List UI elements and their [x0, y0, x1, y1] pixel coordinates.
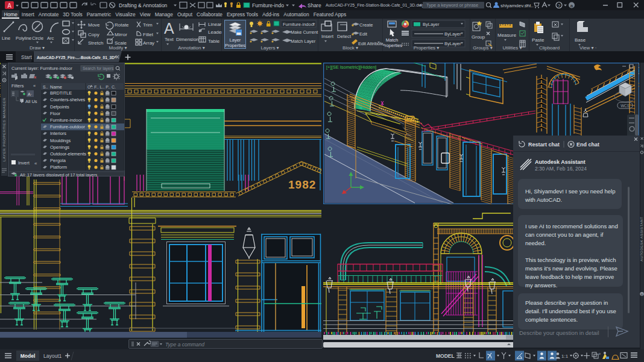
svg-text:Base: Base	[575, 37, 586, 43]
svg-text:Share: Share	[308, 2, 321, 8]
svg-text:Drafting & Annotation: Drafting & Annotation	[119, 2, 168, 8]
svg-text:Interiors: Interiors	[50, 131, 66, 136]
svg-text:WCS: WCS	[620, 104, 630, 108]
svg-text:End chat: End chat	[576, 142, 599, 148]
svg-text:Create: Create	[359, 22, 373, 28]
svg-text:Group: Group	[472, 34, 485, 40]
svg-text:Mouldings: Mouldings	[50, 138, 71, 143]
svg-text:Filters: Filters	[11, 83, 24, 89]
svg-text:LAYER PROPERTIES MANAGER: LAYER PROPERTIES MANAGER	[2, 98, 6, 161]
svg-text:AUTODESK ASSISTANT: AUTODESK ASSISTANT	[640, 217, 643, 261]
svg-text:Leader: Leader	[208, 30, 222, 35]
svg-text:All: 17 layers displayed of 17: All: 17 layers displayed of 17 total lay…	[20, 172, 98, 177]
svg-text:Current layer: Furniture-indoo: Current layer: Furniture-indoor	[11, 66, 72, 71]
svg-text:Model: Model	[21, 353, 36, 359]
svg-text:Furniture-indo: Furniture-indo	[252, 2, 284, 8]
svg-text:ByLayer: ByLayer	[423, 22, 440, 27]
svg-text:Fillet: Fillet	[143, 32, 154, 37]
svg-text:Dimension: Dimension	[176, 37, 199, 42]
svg-text:Text: Text	[165, 37, 174, 42]
svg-text:Furniture-outdoor: Furniture-outdoor	[50, 124, 85, 130]
svg-text:MODEL: MODEL	[436, 353, 455, 359]
svg-text:Paste: Paste	[532, 37, 545, 43]
svg-text:Mirror: Mirror	[115, 32, 127, 37]
svg-text:Platform: Platform	[50, 164, 67, 170]
svg-text:Trim: Trim	[143, 22, 153, 28]
svg-text:Restart chat: Restart chat	[528, 142, 560, 148]
svg-text:Floor: Floor	[50, 111, 61, 116]
svg-text:Move: Move	[88, 22, 100, 28]
svg-text:Counters-shelves: Counters-shelves	[50, 97, 86, 102]
svg-text:Layer: Layer	[230, 37, 241, 43]
svg-text:Polyline: Polyline	[16, 36, 31, 41]
svg-text:[+][SE Isometric][Hidden]: [+][SE Isometric][Hidden]	[326, 64, 376, 70]
svg-text:AutoCAD-FY25_Fire-Station-Book: AutoCAD-FY25_Fire-Station-Book-Cafe_01_3…	[326, 3, 424, 8]
svg-text:«: «	[34, 161, 37, 166]
svg-text:Make Current: Make Current	[291, 30, 318, 35]
svg-text:Furniture-indoor: Furniture-indoor	[50, 117, 83, 123]
svg-text:Openings: Openings	[50, 145, 69, 150]
svg-text:Copy: Copy	[88, 32, 99, 37]
svg-text:1982: 1982	[288, 178, 316, 191]
svg-text:Type a command: Type a command	[165, 342, 204, 348]
svg-text:o: o	[599, 352, 601, 355]
svg-text:S..: S..	[43, 85, 48, 89]
svg-text:Furniture-indoor: Furniture-indoor	[283, 22, 315, 27]
svg-text:shiyamdev.snt..: shiyamdev.snt..	[500, 3, 534, 8]
svg-text:BRDTITLE: BRDTITLE	[50, 90, 72, 96]
svg-text:1:1: 1:1	[561, 354, 569, 359]
svg-text:Rotate: Rotate	[115, 22, 129, 28]
svg-text:Arc: Arc	[47, 36, 54, 41]
svg-text:Pergola: Pergola	[50, 158, 66, 163]
svg-text:Line: Line	[2, 36, 10, 41]
svg-text:A: A	[164, 20, 174, 37]
svg-text:Match: Match	[386, 37, 398, 43]
svg-text:Detect: Detect	[337, 34, 352, 39]
svg-text:Linear: Linear	[208, 22, 222, 27]
svg-text:Layout1: Layout1	[43, 353, 62, 359]
svg-text:Match Layer: Match Layer	[291, 39, 316, 44]
svg-text:Insert: Insert	[321, 34, 334, 39]
svg-text:Defpoints: Defpoints	[50, 104, 69, 110]
svg-text:O.. F.. L.. P.. C.: O.. F.. L.. P.. C.	[87, 85, 116, 89]
svg-text:Invert: Invert	[18, 160, 30, 166]
svg-text:Circle: Circle	[32, 36, 43, 41]
svg-text:A: A	[7, 2, 11, 9]
svg-text:Search for layers: Search for layers	[83, 66, 114, 71]
svg-text:Edit: Edit	[359, 31, 368, 37]
svg-text:Measure: Measure	[497, 33, 517, 38]
svg-text:a: a	[570, 3, 573, 8]
svg-text:Start: Start	[21, 54, 33, 60]
svg-text:Outdoor-elements: Outdoor-elements	[50, 151, 86, 157]
svg-text:«: «	[33, 83, 36, 89]
svg-text:Table: Table	[208, 39, 220, 44]
svg-text:Type a keyword or phrase: Type a keyword or phrase	[426, 2, 478, 8]
svg-text:ByLayer: ByLayer	[444, 31, 461, 37]
svg-text:All Us: All Us	[25, 99, 37, 104]
svg-text:?: ?	[558, 3, 561, 8]
svg-text:Name: Name	[50, 84, 62, 90]
svg-text:AutoCAD-FY25_Fire-...-Book-Caf: AutoCAD-FY25_Fire-...-Book-Cafe_01_3D*	[37, 55, 116, 60]
svg-text:A·: A·	[28, 92, 32, 96]
